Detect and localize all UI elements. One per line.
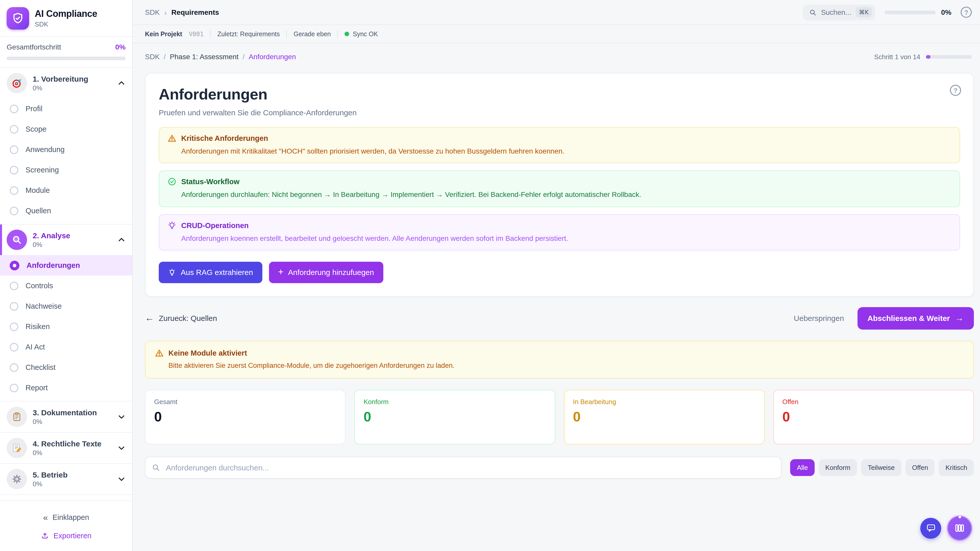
help-icon[interactable]: ? <box>961 6 972 18</box>
section-header-analyse[interactable]: 2. Analyse 0% <box>0 224 132 255</box>
stat-value: 0 <box>154 410 337 425</box>
sidebar-item-ai-act[interactable]: AI Act <box>0 337 132 357</box>
sidebar-item-quellen[interactable]: Quellen <box>0 200 132 221</box>
back-to-sources-button[interactable]: ← Zurueck: Quellen <box>145 313 217 324</box>
search-icon <box>809 8 816 16</box>
section-header-betrieb[interactable]: 5. Betrieb 0% <box>0 464 132 494</box>
plus-icon: + <box>278 267 283 278</box>
step-indicator: Schritt 1 von 14 <box>874 53 972 60</box>
collapse-sidebar-button[interactable]: « Einklappen <box>0 508 132 527</box>
app-window: AI Compliance SDK Gesamtfortschritt 0% <box>0 0 980 551</box>
sidebar-section-vorbereitung: 1. Vorbereitung 0% Profil Scope <box>0 68 132 224</box>
last-updated: Gerade eben <box>293 30 331 38</box>
sidebar-nav: 1. Vorbereitung 0% Profil Scope <box>0 68 132 500</box>
floating-action-buttons <box>920 516 971 540</box>
filter-chip-alle[interactable]: Alle <box>790 459 815 476</box>
breadcrumb-root[interactable]: SDK <box>145 8 160 16</box>
requirements-search-input[interactable] <box>145 457 781 479</box>
sidebar-item-label: Nachweise <box>25 302 62 310</box>
kanban-board-button[interactable] <box>948 516 971 540</box>
export-button[interactable]: Exportieren <box>0 527 132 545</box>
sync-label: Sync OK <box>353 30 378 38</box>
extract-button-label: Aus RAG extrahieren <box>181 268 253 277</box>
divider <box>210 30 211 38</box>
card-actions: Aus RAG extrahieren + Anforderung hinzuf… <box>159 262 960 283</box>
filter-chip-konform[interactable]: Konform <box>819 459 857 476</box>
stat-label: In Bearbeitung <box>573 398 756 406</box>
filter-row: Alle Konform Teilweise Offen Kritisch <box>145 457 974 479</box>
filter-chip-offen[interactable]: Offen <box>905 459 935 476</box>
sidebar-item-risiken[interactable]: Risiken <box>0 316 132 337</box>
overall-progress-label: Gesamtfortschritt <box>6 43 61 51</box>
sidebar-item-profil[interactable]: Profil <box>0 98 132 119</box>
callout-body: Anforderungen mit Kritikalitaet "HOCH" s… <box>167 146 951 156</box>
requirements-search <box>145 457 781 479</box>
search-icon <box>151 464 160 472</box>
next-label: Abschliessen & Weiter <box>867 314 950 323</box>
sidebar-footer: « Einklappen Exportieren <box>0 500 132 551</box>
section-header-dokumentation[interactable]: 3. Dokumentation 0% <box>0 402 132 432</box>
sidebar-item-label: Scope <box>25 125 46 133</box>
chevron-up-icon <box>118 79 126 87</box>
section-header-rechtliche-texte[interactable]: 4. Rechtliche Texte 0% <box>0 433 132 463</box>
callout-body: Anforderungen koennen erstellt, bearbeit… <box>167 233 951 243</box>
section-header-vorbereitung[interactable]: 1. Vorbereitung 0% <box>0 68 132 98</box>
add-requirement-button[interactable]: + Anforderung hinzufuegen <box>269 262 383 283</box>
collapse-label: Einklappen <box>52 513 89 521</box>
sidebar-item-module[interactable]: Module <box>0 180 132 200</box>
clipboard-icon <box>6 407 27 427</box>
app-subtitle: SDK <box>35 21 97 28</box>
stat-value: 0 <box>364 410 546 425</box>
section-progress: 0% <box>33 241 112 248</box>
magnifier-icon <box>6 230 27 250</box>
upload-icon <box>41 532 49 540</box>
export-label: Exportieren <box>54 532 91 540</box>
skip-button[interactable]: Ueberspringen <box>794 314 844 323</box>
section-progress: 0% <box>33 449 112 457</box>
sidebar-item-report[interactable]: Report <box>0 378 132 398</box>
global-search-button[interactable]: Suchen... ⌘K <box>803 4 875 20</box>
sidebar-item-anforderungen[interactable]: Anforderungen <box>0 255 132 275</box>
stat-label: Gesamt <box>154 398 337 406</box>
divider: / <box>164 52 166 61</box>
complete-and-continue-button[interactable]: Abschliessen & Weiter → <box>857 307 974 330</box>
stat-card-in-bearbeitung: In Bearbeitung 0 <box>564 390 765 445</box>
chevron-right-icon: › <box>164 8 167 17</box>
sidebar-item-label: Profil <box>25 105 42 113</box>
chat-button[interactable] <box>920 518 941 538</box>
divider: / <box>243 52 245 61</box>
callout-crud-operations: CRUD-Operationen Anforderungen koennen e… <box>159 214 960 251</box>
warning-triangle-icon <box>155 348 164 358</box>
filter-chip-teilweise[interactable]: Teilweise <box>861 459 901 476</box>
radio-icon <box>10 206 18 215</box>
sidebar-item-checklist[interactable]: Checklist <box>0 357 132 378</box>
sidebar-item-label: AI Act <box>25 343 45 351</box>
brand-text: AI Compliance SDK <box>35 9 97 28</box>
warning-triangle-icon <box>167 134 177 143</box>
back-label: Zurueck: Quellen <box>159 314 217 323</box>
sidebar-item-nachweise[interactable]: Nachweise <box>0 296 132 316</box>
sidebar-item-anwendung[interactable]: Anwendung <box>0 139 132 160</box>
sidebar-item-controls[interactable]: Controls <box>0 275 132 296</box>
breadcrumb-sdk[interactable]: SDK <box>145 52 160 61</box>
stat-card-gesamt: Gesamt 0 <box>145 390 346 445</box>
breadcrumb-phase[interactable]: Phase 1: Assessment <box>170 52 239 61</box>
extract-from-rag-button[interactable]: Aus RAG extrahieren <box>159 262 262 283</box>
requirements-card: ? Anforderungen Pruefen und verwalten Si… <box>145 73 974 297</box>
chevron-down-icon <box>118 413 126 421</box>
radio-selected-icon <box>10 260 19 270</box>
shield-check-icon <box>11 12 24 25</box>
banner-body: Bitte aktivieren Sie zuerst Compliance-M… <box>155 361 964 371</box>
radio-icon <box>10 145 18 154</box>
sidebar-item-screening[interactable]: Screening <box>0 160 132 180</box>
filter-chip-kritisch[interactable]: Kritisch <box>939 459 974 476</box>
sidebar-item-label: Anforderungen <box>27 261 80 269</box>
section-progress: 0% <box>33 480 112 488</box>
step-label: Schritt 1 von 14 <box>874 53 920 60</box>
step-progress-bar <box>926 55 972 59</box>
sidebar-item-scope[interactable]: Scope <box>0 119 132 139</box>
card-help-icon[interactable]: ? <box>950 85 961 96</box>
check-circle-icon <box>167 177 177 186</box>
wizard-navigation: ← Zurueck: Quellen Ueberspringen Abschli… <box>145 307 974 330</box>
last-visited: Zuletzt: Requirements <box>218 30 280 38</box>
